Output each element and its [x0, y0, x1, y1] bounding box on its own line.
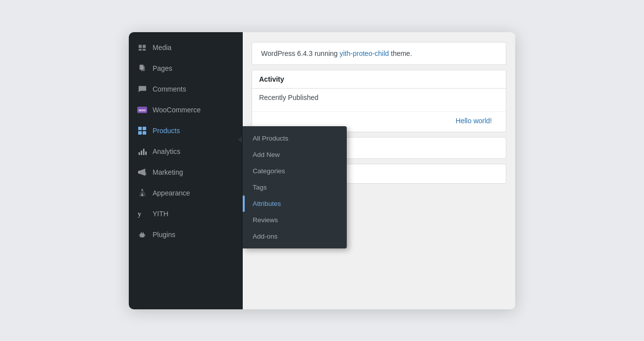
- svg-rect-16: [138, 171, 140, 173]
- analytics-icon: [137, 146, 148, 157]
- svg-rect-11: [143, 131, 146, 134]
- svg-rect-21: [141, 232, 142, 234]
- sidebar-item-woocommerce-label: WooCommerce: [153, 106, 201, 114]
- svg-rect-5: [141, 66, 145, 71]
- sidebar-item-pages-label: Pages: [153, 64, 172, 72]
- sidebar-item-marketing[interactable]: Marketing: [129, 162, 243, 183]
- svg-rect-0: [139, 45, 142, 48]
- activity-widget-header: Activity: [252, 70, 506, 89]
- woocommerce-icon: woo: [137, 104, 148, 115]
- submenu-item-tags[interactable]: Tags: [243, 179, 347, 195]
- products-submenu: All Products Add New Categories Tags Att…: [243, 126, 347, 248]
- yith-icon: y: [137, 208, 148, 219]
- sidebar-item-yith[interactable]: y YITH: [129, 203, 243, 224]
- svg-point-17: [145, 172, 147, 175]
- sidebar-item-appearance-label: Appearance: [153, 189, 190, 197]
- submenu-item-add-ons[interactable]: Add-ons: [243, 228, 347, 244]
- activity-widget-body: Recently Published: [252, 89, 506, 111]
- submenu-item-reviews[interactable]: Reviews: [243, 212, 347, 228]
- svg-rect-12: [139, 152, 140, 154]
- svg-point-18: [141, 189, 143, 191]
- sidebar-item-appearance[interactable]: Appearance: [129, 183, 243, 203]
- svg-rect-20: [140, 234, 145, 237]
- window: Media Pages Comments: [129, 32, 515, 309]
- sidebar-item-plugins[interactable]: Plugins: [129, 224, 243, 245]
- svg-rect-22: [143, 232, 144, 234]
- sidebar-item-products[interactable]: Products: [129, 120, 243, 141]
- theme-link[interactable]: yith-proteo-child: [340, 49, 389, 57]
- svg-rect-24: [145, 235, 146, 236]
- products-icon: [137, 125, 148, 136]
- sidebar-item-media-label: Media: [153, 44, 171, 51]
- submenu-item-attributes[interactable]: Attributes: [243, 195, 347, 212]
- svg-rect-13: [141, 150, 142, 155]
- submenu-arrow: [238, 136, 242, 143]
- wordpress-info-text: WordPress 6.4.3 running: [261, 49, 340, 57]
- sidebar-item-woocommerce[interactable]: woo WooCommerce: [129, 99, 243, 120]
- svg-rect-10: [138, 131, 142, 134]
- svg-rect-23: [139, 235, 140, 236]
- wordpress-info-bar: WordPress 6.4.3 running yith-proteo-chil…: [252, 42, 506, 65]
- pages-icon: [137, 63, 148, 74]
- svg-rect-14: [143, 148, 145, 155]
- svg-text:y: y: [138, 210, 142, 218]
- hello-world-link[interactable]: Hello world!: [259, 114, 499, 128]
- media-icon: [137, 42, 148, 53]
- submenu-item-add-new[interactable]: Add New: [243, 146, 347, 163]
- svg-rect-9: [143, 126, 146, 130]
- submenu-item-categories[interactable]: Categories: [243, 163, 347, 179]
- svg-rect-15: [145, 151, 147, 155]
- submenu-item-all-products[interactable]: All Products: [243, 130, 347, 146]
- svg-text:woo: woo: [138, 108, 146, 112]
- svg-rect-3: [143, 49, 146, 50]
- sidebar-item-plugins-label: Plugins: [153, 231, 175, 239]
- sidebar-item-analytics[interactable]: Analytics: [129, 141, 243, 162]
- svg-rect-8: [138, 126, 142, 130]
- sidebar-item-comments-label: Comments: [153, 85, 186, 93]
- sidebar-item-media[interactable]: Media: [129, 37, 243, 58]
- screenshot-container: Media Pages Comments: [0, 0, 644, 341]
- sidebar-item-analytics-label: Analytics: [153, 147, 180, 155]
- svg-rect-1: [143, 45, 146, 48]
- sidebar-item-pages[interactable]: Pages: [129, 58, 243, 79]
- plugins-icon: [137, 229, 148, 240]
- sidebar-item-marketing-label: Marketing: [153, 168, 183, 176]
- comments-icon: [137, 84, 148, 95]
- recently-published-label: Recently Published: [259, 94, 499, 101]
- activity-widget: Activity Recently Published Hello world!: [252, 70, 506, 132]
- svg-rect-2: [139, 49, 142, 50]
- theme-suffix: theme.: [389, 49, 412, 57]
- appearance-icon: [137, 188, 148, 198]
- marketing-icon: [137, 167, 148, 178]
- sidebar-item-products-label: Products: [153, 127, 180, 135]
- sidebar-item-comments[interactable]: Comments: [129, 79, 243, 99]
- sidebar: Media Pages Comments: [129, 32, 243, 309]
- sidebar-item-yith-label: YITH: [153, 210, 168, 218]
